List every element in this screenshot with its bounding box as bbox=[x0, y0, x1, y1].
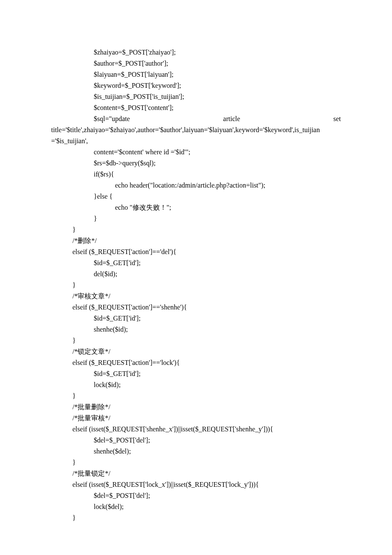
code-line: } bbox=[51, 224, 341, 235]
code-line: $author=$_POST['author']; bbox=[51, 58, 341, 69]
code-line: elseif ($_REQUEST['action']=='shenhe'){ bbox=[51, 302, 341, 313]
code-line: content='$content' where id ='$id'"; bbox=[51, 147, 341, 158]
code-line: $is_tuijian=$_POST['is_tuijian']; bbox=[51, 91, 341, 102]
code-line: } bbox=[51, 280, 341, 291]
code-line: /*批量删除*/ bbox=[51, 402, 341, 413]
code-line: elseif ($_REQUEST['action']=='del'){ bbox=[51, 246, 341, 257]
code-line: } bbox=[51, 457, 341, 468]
code-line: $zhaiyao=$_POST['zhaiyao']; bbox=[51, 47, 341, 58]
code-line: $laiyuan=$_POST['laiyuan']; bbox=[51, 69, 341, 80]
code-line: }else { bbox=[51, 191, 341, 202]
code-line: $keyword=$_POST['keyword']; bbox=[51, 80, 341, 91]
code-token: set bbox=[333, 113, 341, 124]
code-line: /*批量审核*/ bbox=[51, 413, 341, 424]
code-token: $sql="update bbox=[94, 113, 130, 124]
code-line: echo header("location:/admin/article.php… bbox=[51, 180, 341, 191]
page-number: 3 / 5 bbox=[0, 549, 392, 555]
code-line: title='$title',zhaiyao='$zhaiyao',author… bbox=[51, 124, 341, 136]
code-line: } bbox=[51, 512, 341, 523]
code-line: /*批量锁定*/ bbox=[51, 468, 341, 479]
code-token: article bbox=[223, 113, 240, 124]
code-line: lock($del); bbox=[51, 501, 341, 512]
code-line: elseif (isset($_REQUEST['shenhe_x'])||is… bbox=[51, 424, 341, 435]
code-line: elseif (isset($_REQUEST['lock_x'])||isse… bbox=[51, 479, 341, 490]
code-line: $id=$_GET['id']; bbox=[51, 257, 341, 269]
code-line: $del=$_POST['del']; bbox=[51, 490, 341, 501]
code-line: } bbox=[51, 213, 341, 224]
code-line: /*审核文章*/ bbox=[51, 291, 341, 302]
code-line: /*删除*/ bbox=[51, 235, 341, 246]
code-line: elseif ($_REQUEST['action']=='lock'){ bbox=[51, 357, 341, 368]
code-line: echo "修改失败！"; bbox=[51, 202, 341, 213]
code-line: } bbox=[51, 335, 341, 346]
code-line: $rs=$db->query($sql); bbox=[51, 158, 341, 169]
code-line: $content=$_POST['content']; bbox=[51, 102, 341, 113]
code-line: ='$is_tuijian', bbox=[51, 136, 341, 147]
code-page: $zhaiyao=$_POST['zhaiyao'];$author=$_POS… bbox=[0, 0, 392, 549]
code-line: shenhe($id); bbox=[51, 324, 341, 335]
code-line: lock($id); bbox=[51, 379, 341, 390]
code-line: /*锁定文章*/ bbox=[51, 346, 341, 357]
code-line: $id=$_GET['id']; bbox=[51, 368, 341, 379]
code-line: $id=$_GET['id']; bbox=[51, 313, 341, 324]
code-line: } bbox=[51, 390, 341, 402]
code-line: shenhe($del); bbox=[51, 446, 341, 457]
code-line: $del=$_POST['del']; bbox=[51, 435, 341, 446]
code-line: $sql="updatearticleset bbox=[51, 113, 341, 124]
code-line: del($id); bbox=[51, 269, 341, 280]
code-line: if($rs){ bbox=[51, 169, 341, 180]
